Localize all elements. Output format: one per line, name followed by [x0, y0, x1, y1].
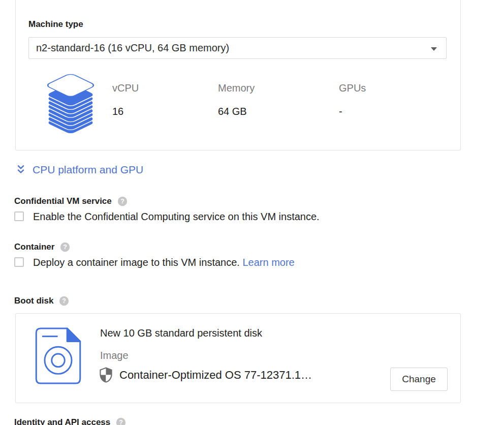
- confidential-vm-section: Confidential VM service ?: [14, 196, 128, 206]
- shield-icon: [99, 367, 113, 383]
- identity-api-section: Identity and API access ?: [14, 417, 126, 425]
- change-button[interactable]: Change: [390, 368, 448, 391]
- svg-text:?: ?: [62, 297, 67, 305]
- container-checkbox-text: Deploy a container image to this VM inst…: [33, 257, 240, 268]
- confidential-vm-checkbox[interactable]: [14, 211, 24, 221]
- vcpu-label: vCPU: [112, 82, 139, 94]
- dropdown-arrow-icon: [431, 47, 437, 51]
- gpus-label: GPUs: [339, 82, 366, 94]
- summary-column-memory: Memory 64 GB: [218, 82, 255, 117]
- container-section: Container ?: [14, 242, 70, 252]
- boot-disk-icon: [34, 327, 83, 385]
- container-checkbox-label: Deploy a container image to this VM inst…: [33, 256, 295, 268]
- vm-create-form: Machine type n2-standard-16 (16 vCPU, 64…: [0, 0, 504, 425]
- help-icon[interactable]: ?: [59, 296, 69, 306]
- svg-text:?: ?: [64, 244, 68, 251]
- help-icon[interactable]: ?: [117, 196, 128, 206]
- boot-disk-image-row: Container-Optimized OS 77-12371.1…: [99, 367, 312, 383]
- confidential-vm-section-label: Confidential VM service: [14, 196, 112, 206]
- svg-text:?: ?: [119, 419, 123, 425]
- svg-text:?: ?: [120, 198, 124, 205]
- gpus-value: -: [339, 106, 366, 117]
- memory-value: 64 GB: [218, 106, 255, 117]
- boot-disk-section: Boot disk ?: [14, 296, 69, 306]
- cpu-platform-expander[interactable]: CPU platform and GPU: [16, 164, 143, 176]
- boot-disk-title: New 10 GB standard persistent disk: [100, 327, 262, 339]
- summary-column-gpus: GPUs -: [339, 82, 366, 117]
- machine-type-selected-value: n2-standard-16 (16 vCPU, 64 GB memory): [29, 42, 229, 54]
- boot-disk-image-label: Image: [100, 350, 129, 361]
- boot-disk-section-label: Boot disk: [14, 296, 53, 306]
- expand-all-icon: [16, 164, 26, 175]
- vcpu-value: 16: [112, 106, 139, 117]
- help-icon[interactable]: ?: [116, 417, 126, 425]
- summary-column-vcpu: vCPU 16: [112, 82, 139, 117]
- machine-type-label: Machine type: [28, 19, 83, 29]
- memory-label: Memory: [218, 82, 255, 94]
- confidential-vm-row: Enable the Confidential Computing servic…: [14, 210, 320, 223]
- learn-more-link[interactable]: Learn more: [242, 257, 294, 268]
- boot-disk-image-value: Container-Optimized OS 77-12371.1…: [119, 369, 312, 382]
- machine-layers-icon: [41, 71, 100, 137]
- machine-type-dropdown[interactable]: n2-standard-16 (16 vCPU, 64 GB memory): [28, 37, 447, 59]
- container-checkbox[interactable]: [14, 257, 24, 267]
- confidential-vm-checkbox-label: Enable the Confidential Computing servic…: [33, 210, 320, 223]
- boot-disk-card: New 10 GB standard persistent disk Image…: [15, 313, 461, 403]
- container-row: Deploy a container image to this VM inst…: [14, 256, 295, 268]
- help-icon[interactable]: ?: [60, 242, 70, 252]
- cpu-platform-label: CPU platform and GPU: [33, 164, 143, 176]
- container-section-label: Container: [14, 242, 54, 252]
- machine-type-card: Machine type n2-standard-16 (16 vCPU, 64…: [15, 0, 461, 150]
- identity-api-section-label: Identity and API access: [14, 417, 110, 425]
